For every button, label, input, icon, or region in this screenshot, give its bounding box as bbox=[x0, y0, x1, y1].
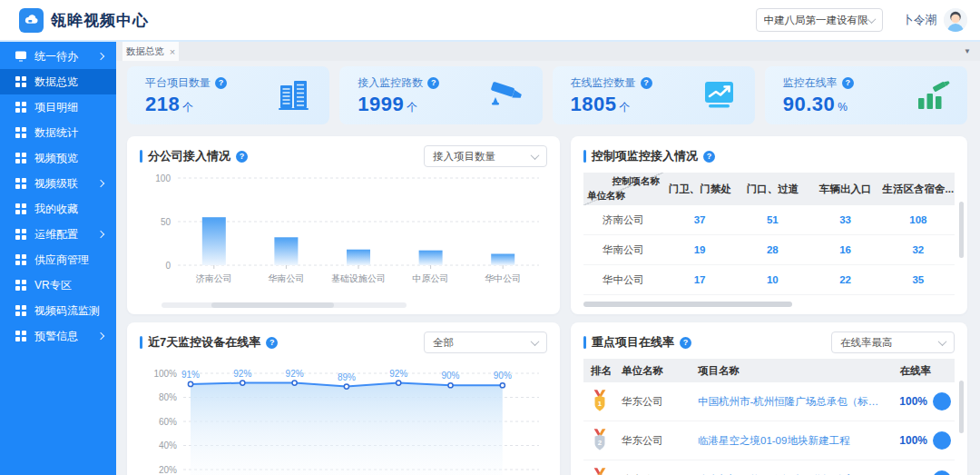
online-filter-select[interactable]: 全部 bbox=[424, 332, 547, 353]
cell-value[interactable]: 10 bbox=[736, 274, 808, 285]
sidebar-item-stream-monitor[interactable]: 视频码流监测 bbox=[0, 298, 116, 323]
sidebar-item-video-cascade[interactable]: 视频级联 bbox=[0, 171, 116, 196]
org-selector[interactable]: 中建八局第一建设有限公… bbox=[756, 8, 883, 32]
table-row[interactable]: 华南公司 19 28 16 32 bbox=[583, 235, 955, 265]
table-row[interactable]: 2 华东公司 临港星空之境01-09地块新建工程 100% bbox=[583, 421, 955, 460]
todo-list-icon bbox=[15, 51, 26, 62]
vertical-scrollbar[interactable] bbox=[959, 202, 964, 258]
grid-icon bbox=[15, 305, 26, 316]
online-rate-circle bbox=[933, 470, 951, 475]
scrollbar-thumb[interactable] bbox=[211, 302, 334, 308]
table-header: 排名 单位名称 项目名称 在线率 bbox=[583, 359, 955, 382]
table-row[interactable]: 1 华东公司 中国杭州市-杭州恒隆广场总承包（标段1）工程 100% bbox=[583, 382, 955, 421]
help-icon[interactable]: ? bbox=[236, 151, 248, 163]
cell-value[interactable]: 108 bbox=[882, 214, 955, 225]
user-name[interactable]: 卜令潮 bbox=[903, 13, 937, 28]
sidebar-item-todo[interactable]: 统一待办 bbox=[0, 44, 116, 69]
svg-text:100%: 100% bbox=[153, 369, 177, 379]
select-value: 接入项目数量 bbox=[433, 150, 532, 163]
sidebar-item-label: 视频码流监测 bbox=[34, 303, 100, 319]
sidebar-item-data-stats[interactable]: 数据统计 bbox=[0, 120, 116, 145]
app-logo-icon bbox=[19, 8, 44, 33]
help-icon[interactable]: ? bbox=[427, 77, 439, 89]
control-item-panel: 控制项监控接入情况 ? 控制项名称 单位名称 门卫、门禁处 门口、过道 车辆出入… bbox=[571, 136, 967, 314]
table-row[interactable]: 3 济南公司 济南新旧动能转换起步区黄河体育及科技园区基础设施... 100% bbox=[583, 460, 955, 475]
svg-text:90%: 90% bbox=[441, 371, 459, 381]
tab-list-caret-icon[interactable]: ▼ bbox=[964, 47, 971, 55]
rank-number: 1 bbox=[598, 400, 603, 408]
app-root: 瓴眸视频中心 中建八局第一建设有限公… 卜令潮 统一待办 数据总览 项目明细 bbox=[0, 0, 980, 475]
sidebar-item-label: 数据统计 bbox=[34, 125, 78, 141]
help-icon[interactable]: ? bbox=[215, 77, 227, 89]
vertical-scrollbar[interactable] bbox=[959, 381, 964, 433]
cell-value[interactable]: 19 bbox=[663, 244, 736, 255]
column-header: 单位名称 bbox=[622, 364, 698, 378]
header-right: 中建八局第一建设有限公… 卜令潮 bbox=[756, 8, 968, 32]
help-icon[interactable]: ? bbox=[266, 337, 278, 349]
stat-card-unit: 个 bbox=[619, 100, 630, 115]
main-content: 数据总览 × ▼ 平台项目数量 ? 218 个 bbox=[116, 42, 980, 475]
cell-value[interactable]: 17 bbox=[663, 274, 736, 285]
chevron-down-icon bbox=[938, 337, 947, 346]
online-rate-circle bbox=[933, 431, 951, 450]
branch-metric-select[interactable]: 接入项目数量 bbox=[424, 145, 547, 167]
panel-title: 控制项监控接入情况 bbox=[592, 148, 698, 164]
cell-value[interactable]: 37 bbox=[663, 214, 736, 225]
sidebar-item-alert-info[interactable]: 预警信息 bbox=[0, 323, 116, 349]
help-icon[interactable]: ? bbox=[703, 151, 715, 163]
unit-name: 济南公司 bbox=[583, 213, 663, 227]
rank-order-select[interactable]: 在线率最高 bbox=[831, 332, 955, 353]
svg-text:92%: 92% bbox=[389, 369, 407, 379]
avatar[interactable] bbox=[944, 8, 967, 32]
cctv-camera-icon bbox=[488, 77, 526, 114]
cell-value[interactable]: 35 bbox=[882, 274, 955, 285]
sidebar-item-ops-config[interactable]: 运维配置 bbox=[0, 222, 116, 247]
tab-data-overview[interactable]: 数据总览 × bbox=[122, 42, 179, 61]
cell-value[interactable]: 22 bbox=[809, 274, 882, 285]
table-row[interactable]: 华中公司 17 10 22 35 bbox=[583, 265, 955, 295]
svg-text:20%: 20% bbox=[159, 465, 177, 475]
app-title: 瓴眸视频中心 bbox=[51, 10, 149, 31]
scrollbar-thumb[interactable] bbox=[583, 302, 792, 307]
cell-value[interactable]: 33 bbox=[809, 214, 882, 225]
panel-title: 重点项目在线率 bbox=[592, 334, 674, 351]
stat-card-unit: 个 bbox=[407, 100, 417, 115]
table-header: 控制项名称 单位名称 门卫、门禁处 门口、过道 车辆出入口 生活区含宿舍... bbox=[583, 173, 955, 205]
sidebar-item-label: 视频预览 bbox=[34, 151, 78, 166]
column-header: 项目名称 bbox=[698, 364, 884, 378]
stat-card-platform-projects: 平台项目数量 ? 218 个 bbox=[127, 66, 329, 124]
sidebar-item-supplier-mgmt[interactable]: 供应商管理 bbox=[0, 247, 116, 272]
tab-bar: 数据总览 × ▼ bbox=[116, 42, 980, 61]
sidebar-item-favorites[interactable]: 我的收藏 bbox=[0, 196, 116, 222]
horizontal-scrollbar[interactable] bbox=[583, 302, 951, 307]
project-link[interactable]: 临港星空之境01-09地块新建工程 bbox=[698, 434, 884, 448]
help-icon[interactable]: ? bbox=[842, 77, 854, 89]
building-icon bbox=[275, 77, 313, 114]
close-icon[interactable]: × bbox=[170, 46, 175, 57]
cell-value[interactable]: 32 bbox=[882, 244, 955, 255]
sidebar-item-data-overview[interactable]: 数据总览 bbox=[0, 69, 116, 94]
stat-card-label: 平台项目数量 bbox=[145, 75, 211, 91]
sidebar-item-label: 我的收藏 bbox=[34, 202, 78, 217]
cell-value[interactable]: 28 bbox=[736, 244, 808, 255]
svg-text:50: 50 bbox=[161, 217, 172, 227]
help-icon[interactable]: ? bbox=[641, 77, 652, 89]
svg-text:基础设施公司: 基础设施公司 bbox=[331, 273, 386, 283]
sidebar-item-vr-zone[interactable]: VR专区 bbox=[0, 272, 116, 298]
unit-name: 华东公司 bbox=[622, 434, 698, 448]
chevron-right-icon bbox=[97, 180, 104, 187]
sidebar-item-project-detail[interactable]: 项目明细 bbox=[0, 94, 116, 120]
key-projects-table: 排名 单位名称 项目名称 在线率 1 华东公司 中国杭州市-杭州恒隆广场总承包（ bbox=[583, 359, 955, 475]
stat-card-online-monitors: 在线监控数量 ? 1805 个 bbox=[553, 66, 755, 124]
horizontal-scrollbar[interactable] bbox=[162, 302, 407, 308]
help-icon[interactable]: ? bbox=[680, 337, 691, 349]
sidebar-item-label: 预警信息 bbox=[34, 329, 78, 344]
project-link[interactable]: 中国杭州市-杭州恒隆广场总承包（标段1）工程 bbox=[698, 395, 884, 409]
cell-value[interactable]: 16 bbox=[809, 244, 882, 255]
column-header: 在线率 bbox=[884, 364, 955, 378]
table-row[interactable]: 济南公司 37 51 33 108 bbox=[583, 205, 955, 235]
sidebar-item-label: 视频级联 bbox=[34, 176, 78, 192]
sidebar-item-video-preview[interactable]: 视频预览 bbox=[0, 145, 116, 171]
grid-icon bbox=[15, 203, 26, 214]
cell-value[interactable]: 51 bbox=[736, 214, 808, 225]
